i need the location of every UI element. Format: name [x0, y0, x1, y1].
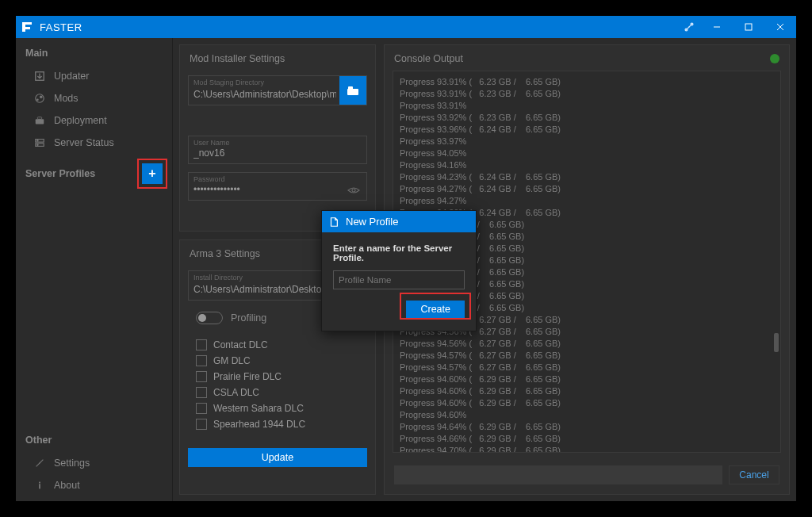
wrench-icon — [33, 457, 46, 469]
svg-point-8 — [40, 96, 43, 99]
console-line: Progress 93.91% ( 6.23 GB / 6.65 GB) — [400, 76, 774, 88]
console-line: Progress 94.64% ( 6.29 GB / 6.65 GB) — [400, 421, 774, 433]
profile-name-input[interactable]: Profile Name — [333, 270, 465, 289]
staging-dir-field[interactable]: Mod Staging Directory C:\Users\Administr… — [188, 75, 367, 105]
console-line: Progress 94.60% ( 6.29 GB / 6.65 GB) — [400, 397, 774, 409]
main-area: Mod Installer Settings Mod Staging Direc… — [173, 38, 796, 501]
close-button[interactable] — [764, 16, 796, 38]
update-button[interactable]: Update — [188, 448, 367, 467]
svg-point-9 — [36, 98, 39, 101]
dlc-row[interactable]: CSLA DLC — [188, 385, 367, 400]
console-line: Progress 94.60% — [400, 409, 774, 421]
scrollbar-thumb[interactable] — [774, 333, 779, 352]
console-line: Progress 94.27% — [400, 195, 774, 207]
svg-rect-16 — [39, 482, 40, 484]
dialog-title: New Profile — [346, 216, 398, 228]
console-line: Progress 93.91% — [400, 100, 774, 112]
console-line: Progress 93.96% ( 6.24 GB / 6.65 GB) — [400, 124, 774, 136]
sidebar-item-label: Server Status — [54, 137, 114, 148]
username-field[interactable]: User Name _nov16 — [188, 136, 367, 164]
folder-icon — [347, 85, 359, 96]
svg-rect-18 — [347, 89, 358, 95]
sidebar-item-label: Updater — [54, 71, 89, 82]
console-footer: Cancel — [393, 465, 781, 486]
steam-icon — [33, 92, 46, 105]
console-line: Progress 94.05% — [400, 147, 774, 159]
checkbox[interactable] — [196, 387, 207, 398]
checkbox[interactable] — [196, 371, 207, 382]
profiling-label: Profiling — [231, 312, 266, 324]
server-icon — [33, 136, 46, 149]
dlc-label: CSLA DLC — [213, 387, 259, 398]
status-dot-icon — [770, 54, 779, 63]
dlc-label: GM DLC — [213, 355, 251, 366]
download-icon — [33, 70, 46, 82]
svg-rect-17 — [39, 484, 40, 488]
create-button[interactable]: Create — [406, 301, 465, 318]
new-profile-dialog: New Profile Enter a name for the Server … — [321, 210, 477, 331]
console-line: Progress 94.16% — [400, 159, 774, 171]
dlc-row[interactable]: Spearhead 1944 DLC — [188, 416, 367, 432]
dlc-label: Prairie Fire DLC — [213, 371, 282, 382]
mod-installer-title: Mod Installer Settings — [180, 45, 375, 71]
svg-rect-10 — [36, 119, 44, 124]
dlc-row[interactable]: Contact DLC — [188, 337, 367, 353]
console-line: Progress 94.70% ( 6.29 GB / 6.65 GB) — [400, 445, 774, 453]
eye-icon[interactable] — [347, 186, 362, 195]
titlebar: FASTER — [16, 16, 796, 38]
sidebar-item-deployment[interactable]: Deployment — [16, 109, 172, 132]
dlc-row[interactable]: GM DLC — [188, 353, 367, 369]
mod-installer-panel: Mod Installer Settings Mod Staging Direc… — [179, 44, 376, 232]
sidebar-item-about[interactable]: About — [16, 474, 172, 501]
sidebar: Main Updater Mods Deployment — [16, 38, 173, 501]
console-line: Progress 94.27% ( 6.24 GB / 6.65 GB) — [400, 183, 774, 195]
tools-icon[interactable] — [677, 21, 701, 33]
console-line: Progress 94.60% ( 6.29 GB / 6.65 GB) — [400, 373, 774, 385]
staging-dir-label: Mod Staging Directory — [193, 79, 264, 86]
sidebar-main-label: Main — [16, 38, 172, 65]
dlc-label: Contact DLC — [213, 339, 268, 350]
checkbox[interactable] — [196, 339, 207, 350]
checkbox[interactable] — [196, 419, 207, 430]
console-line: Progress 94.57% ( 6.27 GB / 6.65 GB) — [400, 350, 774, 362]
username-label: User Name — [193, 139, 230, 147]
console-line: Progress 93.92% ( 6.23 GB / 6.65 GB) — [400, 112, 774, 124]
sidebar-item-label: Mods — [54, 93, 79, 104]
dlc-list: Contact DLCGM DLCPrairie Fire DLCCSLA DL… — [188, 337, 367, 432]
checkbox[interactable] — [196, 403, 207, 414]
profiling-toggle[interactable] — [196, 312, 223, 324]
sidebar-item-settings[interactable]: Settings — [16, 452, 172, 474]
sidebar-item-mods[interactable]: Mods — [16, 87, 172, 109]
browse-staging-button[interactable] — [339, 76, 366, 105]
dlc-row[interactable]: Prairie Fire DLC — [188, 369, 367, 385]
sidebar-item-updater[interactable]: Updater — [16, 65, 172, 87]
dlc-row[interactable]: Western Sahara DLC — [188, 400, 367, 416]
svg-point-7 — [36, 94, 44, 103]
profile-name-placeholder: Profile Name — [339, 275, 391, 285]
maximize-button[interactable] — [733, 16, 764, 38]
svg-rect-19 — [348, 86, 353, 90]
console-line: Progress 94.66% ( 6.29 GB / 6.65 GB) — [400, 433, 774, 445]
checkbox[interactable] — [196, 355, 207, 366]
svg-point-15 — [37, 144, 38, 145]
dlc-label: Spearhead 1944 DLC — [213, 419, 305, 430]
console-line: Progress 93.97% — [400, 136, 774, 147]
console-line: Progress 94.56% ( 6.27 GB / 6.65 GB) — [400, 338, 774, 350]
plus-icon: + — [148, 167, 155, 181]
sidebar-item-label: Settings — [54, 458, 90, 469]
app-title: FASTER — [38, 21, 82, 33]
add-profile-button[interactable]: + — [142, 163, 163, 184]
sidebar-profiles-label: Server Profiles — [25, 168, 95, 179]
minimize-button[interactable] — [701, 16, 733, 38]
password-label: Password — [193, 175, 225, 183]
console-title: Console Output — [394, 53, 463, 64]
console-line: Progress 94.57% ( 6.27 GB / 6.65 GB) — [400, 362, 774, 373]
console-title-row: Console Output — [385, 45, 789, 71]
console-command-input[interactable] — [394, 465, 722, 484]
info-icon — [33, 479, 46, 492]
sidebar-item-server-status[interactable]: Server Status — [16, 132, 172, 154]
app-logo-icon — [16, 16, 38, 38]
sidebar-item-label: Deployment — [54, 115, 107, 126]
cancel-button[interactable]: Cancel — [729, 465, 779, 484]
password-field[interactable]: Password •••••••••••••• — [188, 172, 367, 201]
